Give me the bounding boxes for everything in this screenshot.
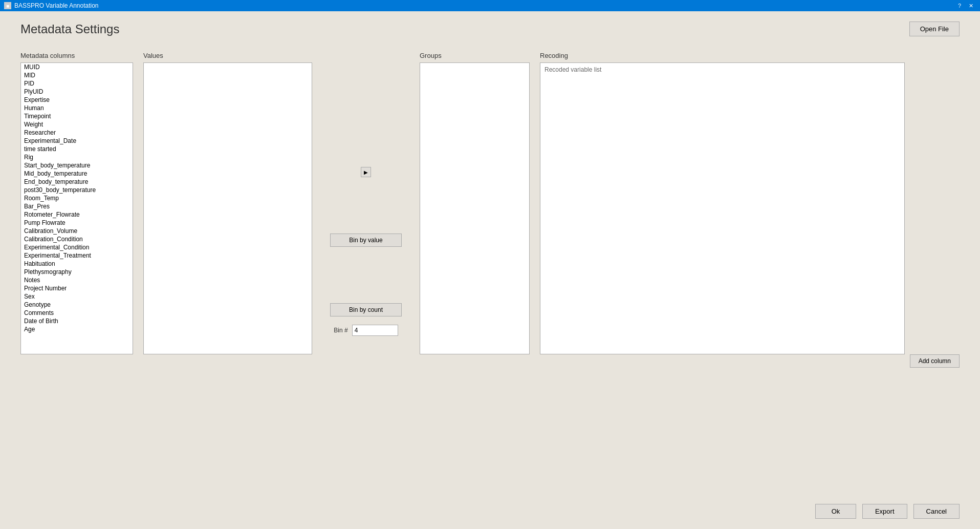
title-bar: ■ BASSPRO Variable Annotation ? ✕ <box>0 0 980 11</box>
list-item[interactable]: MID <box>21 71 133 79</box>
recoding-label: Recoding <box>540 52 568 59</box>
list-item[interactable]: End_body_temperature <box>21 178 133 186</box>
list-item[interactable]: MUID <box>21 63 133 71</box>
footer: Ok Export Cancel <box>20 497 960 519</box>
open-file-button[interactable]: Open File <box>909 22 960 36</box>
values-list[interactable] <box>143 62 312 354</box>
bin-by-value-button[interactable]: Bin by value <box>330 234 402 247</box>
middle-controls: ▶ Bin by value Bin by count Bin # <box>322 52 409 497</box>
list-item[interactable]: Pump Flowrate <box>21 219 133 227</box>
add-column-button[interactable]: Add column <box>910 354 960 368</box>
list-item[interactable]: Genotype <box>21 301 133 309</box>
bin-by-count-button[interactable]: Bin by count <box>330 303 402 316</box>
values-section: Values <box>143 52 312 497</box>
groups-list[interactable] <box>420 62 530 354</box>
list-item[interactable]: Plethysmography <box>21 268 133 276</box>
bin-row: Bin # <box>322 325 409 336</box>
values-label: Values <box>143 52 312 59</box>
recoding-list[interactable]: Recoded variable list <box>540 62 905 354</box>
list-item[interactable]: Rig <box>21 153 133 161</box>
list-item[interactable]: PlyUID <box>21 88 133 96</box>
list-item[interactable]: Weight <box>21 120 133 129</box>
list-item[interactable]: Start_body_temperature <box>21 161 133 170</box>
list-item[interactable]: Researcher <box>21 129 133 137</box>
title-bar-left: ■ BASSPRO Variable Annotation <box>4 2 99 9</box>
list-item[interactable]: post30_body_temperature <box>21 186 133 194</box>
page-title: Metadata Settings <box>20 22 119 36</box>
columns-layout: Metadata columns MUIDMIDPIDPlyUIDExperti… <box>20 52 960 497</box>
help-button[interactable]: ? <box>954 2 965 10</box>
app-title: BASSPRO Variable Annotation <box>14 2 99 9</box>
metadata-list[interactable]: MUIDMIDPIDPlyUIDExpertiseHumanTimepointW… <box>20 62 133 354</box>
list-item[interactable]: Room_Temp <box>21 194 133 202</box>
page-header: Metadata Settings Open File <box>20 22 960 36</box>
list-item[interactable]: Bar_Pres <box>21 202 133 210</box>
recoding-section: Recoding Recoded variable list Add colum… <box>540 52 960 497</box>
list-item[interactable]: Expertise <box>21 96 133 104</box>
cancel-button[interactable]: Cancel <box>913 504 960 519</box>
list-item[interactable]: Sex <box>21 292 133 301</box>
bin-input[interactable] <box>352 325 398 336</box>
add-column-area: Add column <box>910 62 960 371</box>
bin-label: Bin # <box>334 327 347 334</box>
list-item[interactable]: Mid_body_temperature <box>21 170 133 178</box>
list-item[interactable]: Timepoint <box>21 112 133 120</box>
app-icon: ■ <box>4 2 11 9</box>
ok-button[interactable]: Ok <box>815 504 856 519</box>
list-item[interactable]: Calibration_Condition <box>21 235 133 243</box>
list-item[interactable]: Experimental_Date <box>21 137 133 145</box>
list-item[interactable]: Age <box>21 325 133 333</box>
export-button[interactable]: Export <box>862 504 907 519</box>
list-item[interactable]: Habituation <box>21 260 133 268</box>
groups-section: Groups <box>420 52 530 497</box>
list-item[interactable]: Experimental_Treatment <box>21 251 133 260</box>
list-item[interactable]: Rotometer_Flowrate <box>21 210 133 219</box>
groups-label: Groups <box>420 52 530 59</box>
arrow-button[interactable]: ▶ <box>361 167 371 177</box>
metadata-section: Metadata columns MUIDMIDPIDPlyUIDExperti… <box>20 52 133 497</box>
metadata-label: Metadata columns <box>20 52 133 59</box>
main-content: Metadata Settings Open File Metadata col… <box>0 11 980 529</box>
list-item[interactable]: Notes <box>21 276 133 284</box>
recoded-hint: Recoded variable list <box>540 63 904 76</box>
list-item[interactable]: Human <box>21 104 133 112</box>
list-item[interactable]: Calibration_Volume <box>21 227 133 235</box>
list-item[interactable]: Experimental_Condition <box>21 243 133 251</box>
list-item[interactable]: Project Number <box>21 284 133 292</box>
list-item[interactable]: Comments <box>21 309 133 317</box>
list-item[interactable]: Date of Birth <box>21 317 133 325</box>
title-bar-controls: ? ✕ <box>954 2 976 10</box>
list-item[interactable]: PID <box>21 79 133 88</box>
list-item[interactable]: time started <box>21 145 133 153</box>
close-button[interactable]: ✕ <box>966 2 976 10</box>
